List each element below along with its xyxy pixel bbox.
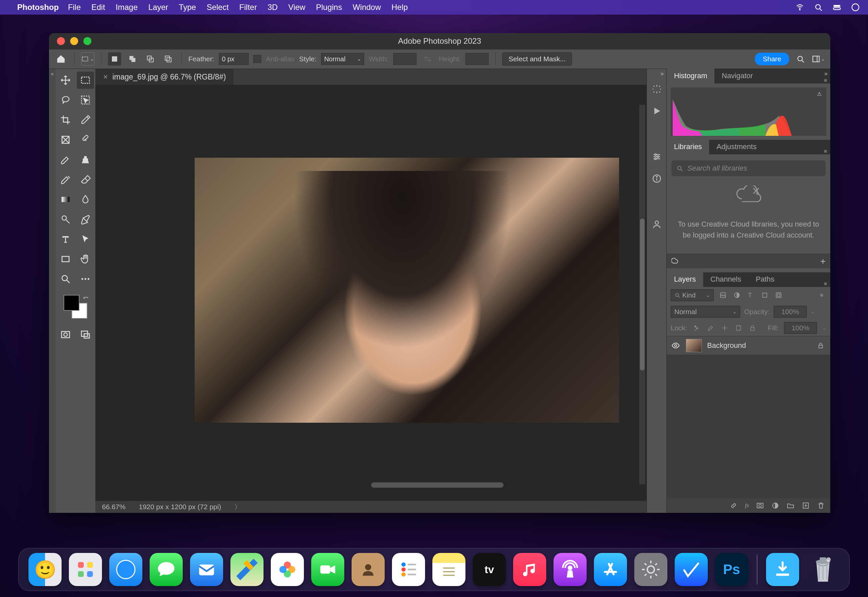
dock-app-safari[interactable] (109, 553, 142, 586)
dock-app-photos[interactable] (271, 553, 304, 586)
foreground-color-swatch[interactable] (64, 295, 80, 311)
spot-healing-tool[interactable] (77, 131, 94, 149)
layer-style-icon[interactable]: fx (745, 503, 749, 509)
vertical-scrollbar[interactable] (639, 105, 645, 484)
dock-app-reminders[interactable] (392, 553, 425, 586)
rectangular-marquee-tool[interactable] (77, 71, 94, 89)
search-icon[interactable] (794, 52, 807, 65)
selection-subtract-icon[interactable] (144, 52, 157, 65)
tab-channels[interactable]: Channels (703, 272, 748, 287)
adjustment-layer-icon[interactable] (771, 502, 779, 509)
layer-visibility-icon[interactable] (671, 341, 681, 350)
home-button[interactable] (54, 52, 68, 65)
current-tool-indicator[interactable]: ⌄ (81, 52, 94, 65)
pen-tool[interactable] (77, 211, 94, 228)
menu-view[interactable]: View (288, 3, 305, 12)
menu-type[interactable]: Type (179, 3, 196, 12)
lasso-tool[interactable] (57, 91, 74, 109)
dock-app-contacts[interactable] (351, 553, 385, 586)
feather-input[interactable] (219, 53, 249, 65)
dock-app-facetime[interactable] (311, 553, 344, 586)
zoom-tool[interactable] (57, 270, 74, 288)
menu-edit[interactable]: Edit (91, 3, 105, 12)
siri-icon[interactable] (851, 3, 860, 12)
comments-panel-icon[interactable] (651, 219, 662, 230)
window-titlebar[interactable]: Adobe Photoshop 2023 (49, 33, 830, 49)
layer-item-background[interactable]: Background (667, 336, 830, 355)
hand-tool[interactable] (77, 251, 94, 268)
close-tab-icon[interactable]: × (103, 73, 108, 82)
collapse-tools-handle[interactable]: « (49, 69, 56, 513)
tab-adjustments[interactable]: Adjustments (709, 139, 764, 154)
object-selection-tool[interactable] (77, 91, 94, 109)
layer-mask-icon[interactable] (756, 502, 764, 509)
menu-filter[interactable]: Filter (239, 3, 257, 12)
dock-app-podcasts[interactable] (554, 553, 587, 586)
dock-app-finder[interactable]: 🙂 (28, 553, 62, 586)
layer-list[interactable]: Background (667, 336, 830, 498)
filter-smart-icon[interactable] (774, 291, 783, 300)
add-library-icon[interactable]: + (820, 256, 826, 267)
selection-new-icon[interactable] (108, 52, 121, 65)
properties-panel-icon[interactable] (651, 151, 662, 162)
rectangle-tool[interactable] (57, 251, 74, 268)
dock-app-appstore[interactable] (594, 553, 627, 586)
tab-navigator[interactable]: Navigator (714, 68, 760, 83)
collapse-panels-handle[interactable]: » (824, 70, 828, 77)
menu-image[interactable]: Image (116, 3, 138, 12)
canvas-image[interactable] (195, 158, 619, 423)
canvas-viewport[interactable] (95, 85, 647, 501)
clone-stamp-tool[interactable] (77, 151, 94, 168)
lock-transparency-icon[interactable] (693, 324, 701, 332)
layer-thumbnail[interactable] (686, 339, 702, 352)
dock-app-music[interactable] (513, 553, 546, 586)
play-panel-icon[interactable] (651, 105, 662, 117)
workspace-switcher-icon[interactable]: ⌄ (812, 52, 825, 65)
color-swatches[interactable]: ⤺ (62, 294, 89, 320)
dock-app-settings[interactable] (634, 553, 667, 586)
panel-menu-icon[interactable]: ≡ (824, 77, 830, 83)
menu-window[interactable]: Window (353, 3, 381, 12)
horizontal-scrollbar[interactable] (371, 483, 504, 488)
new-layer-icon[interactable] (802, 502, 810, 509)
actions-panel-icon[interactable] (651, 83, 662, 95)
selection-add-icon[interactable] (126, 52, 139, 65)
brush-tool[interactable] (57, 151, 74, 168)
panel-menu-icon[interactable]: ≡ (824, 281, 830, 287)
blur-tool[interactable] (77, 191, 94, 208)
status-more-icon[interactable]: 〉 (234, 502, 241, 511)
zoom-level[interactable]: 66.67% (102, 503, 126, 511)
dock-app-photoshop[interactable]: Ps (715, 553, 748, 586)
cc-sync-icon[interactable] (671, 257, 680, 266)
expand-panels-handle[interactable]: » (661, 70, 664, 77)
menu-3d[interactable]: 3D (268, 3, 278, 12)
menu-plugins[interactable]: Plugins (316, 3, 342, 12)
filter-adjustment-icon[interactable] (732, 291, 742, 300)
filter-pixel-icon[interactable] (718, 291, 728, 300)
dock-downloads[interactable] (766, 553, 799, 586)
style-select[interactable]: Normal⌄ (321, 53, 364, 65)
selection-intersect-icon[interactable] (161, 52, 175, 65)
filter-shape-icon[interactable] (760, 291, 769, 300)
document-tab[interactable]: × image_69.jpg @ 66.7% (RGB/8#) (95, 69, 234, 85)
tab-histogram[interactable]: Histogram (667, 68, 714, 83)
histogram-warning-icon[interactable]: ⚠ (817, 91, 822, 97)
path-selection-tool[interactable] (77, 230, 94, 248)
lock-artboard-icon[interactable] (734, 324, 743, 332)
fill-input[interactable]: 100% (784, 322, 817, 334)
type-tool[interactable] (57, 230, 74, 248)
filter-toggle-icon[interactable] (817, 291, 826, 300)
quick-mask-button[interactable] (57, 326, 74, 343)
eyedropper-tool[interactable] (77, 111, 94, 129)
screen-mode-button[interactable] (77, 326, 94, 343)
dock-app-tv[interactable]: tv (473, 553, 506, 586)
history-brush-tool[interactable] (57, 171, 74, 188)
dock-app-screenshot[interactable] (675, 553, 708, 586)
frame-tool[interactable] (57, 131, 74, 149)
dock-app-mail[interactable] (190, 553, 223, 586)
document-info[interactable]: 1920 px x 1200 px (72 ppi) (139, 503, 221, 511)
move-tool[interactable] (57, 71, 74, 89)
dock-app-notes[interactable] (433, 553, 465, 586)
filter-type-icon[interactable]: T (746, 291, 755, 300)
crop-tool[interactable] (57, 111, 74, 129)
